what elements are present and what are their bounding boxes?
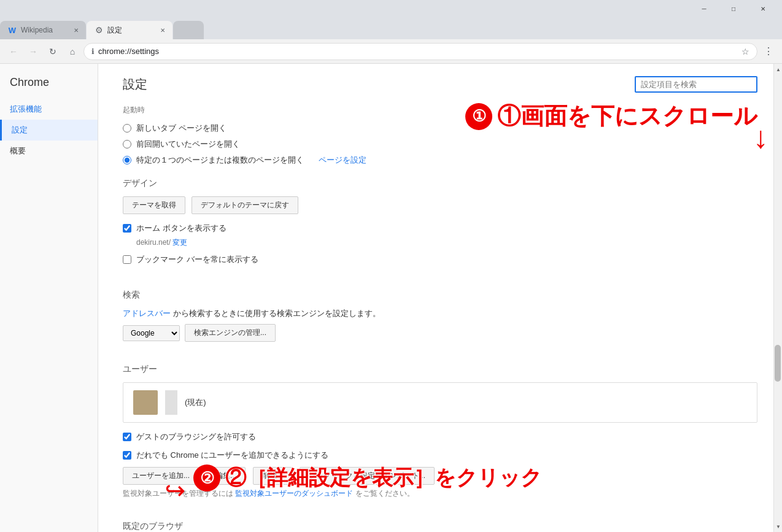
- maximize-button[interactable]: □: [719, 0, 748, 17]
- sidebar-item-settings[interactable]: 設定: [0, 120, 98, 141]
- tab-wikipedia[interactable]: W Wikipedia ✕: [0, 21, 86, 39]
- radio-newtab-label: 新しいタブ ページを開く: [136, 123, 226, 134]
- allow-anyone-checkbox[interactable]: [123, 451, 131, 460]
- close-icon: ✕: [761, 6, 765, 12]
- address-url: chrome://settings: [98, 47, 738, 56]
- radio-continue: 前回開いていたページを開く: [123, 136, 757, 152]
- edit-button[interactable]: 編集...: [206, 467, 246, 485]
- show-bookmark-bar-checkbox[interactable]: [123, 255, 131, 264]
- radio-specific-label: 特定の１つのページまたは複数のページを開く: [136, 155, 304, 166]
- back-button[interactable]: ←: [5, 43, 22, 60]
- supervisor-text: 監視対象ユーザーを管理するには 監視対象ユーザーのダッシュボード をご覧ください…: [123, 488, 757, 499]
- search-engine-select[interactable]: Google: [123, 325, 180, 341]
- radio-continue-label: 前回開いていたページを開く: [136, 139, 240, 150]
- scrollbar[interactable]: ▲ ▼: [773, 64, 782, 532]
- main-layout: Chrome 拡張機能 設定 概要 設定 起動時 新しいタブ ページを開く: [0, 64, 782, 532]
- address-bar-link[interactable]: アドレスバー: [123, 309, 171, 318]
- search-select-wrap: Google 検索エンジンの管理...: [123, 324, 757, 342]
- minimize-button[interactable]: ─: [690, 0, 718, 17]
- title-bar-controls: ─ □ ✕: [690, 0, 777, 17]
- forward-icon: →: [29, 47, 37, 56]
- maximize-icon: □: [732, 6, 735, 12]
- startup-radio-group: 新しいタブ ページを開く 前回開いていたページを開く 特定の１つのページまたは複…: [123, 120, 757, 168]
- wikipedia-tab-label: Wikipedia: [21, 26, 53, 34]
- allow-anyone-label: だれでも Chrome にユーザーを追加できるようにする: [136, 450, 328, 461]
- menu-icon: ⋮: [764, 45, 773, 57]
- sidebar: Chrome 拡張機能 設定 概要: [0, 64, 98, 532]
- content-area: 設定 起動時 新しいタブ ページを開く 前回開いていたページを開く: [98, 64, 782, 532]
- user-avatar-gray: [165, 390, 177, 415]
- get-theme-button[interactable]: テーマを取得: [123, 196, 185, 214]
- sidebar-brand: Chrome: [0, 71, 98, 99]
- sidebar-item-about[interactable]: 概要: [0, 141, 98, 161]
- title-bar: ─ □ ✕: [0, 0, 782, 17]
- home-url-indent: dekiru.net/ 変更: [136, 237, 757, 248]
- default-browser-section: 既定のブラウザ 既定のブラウザは Google Chrome に設定されています…: [123, 516, 757, 532]
- default-theme-button[interactable]: デフォルトのテーマに戻す: [192, 196, 298, 214]
- settings-search-input[interactable]: [635, 76, 757, 93]
- allow-guest-item: ゲストのブラウジングを許可する: [123, 429, 757, 445]
- back-icon: ←: [9, 47, 18, 56]
- show-home-button-item: ホーム ボタンを表示する: [123, 220, 757, 236]
- home-icon: ⌂: [70, 47, 75, 56]
- sidebar-item-extensions[interactable]: 拡張機能: [0, 99, 98, 120]
- settings-tab-label: 設定: [107, 25, 122, 36]
- show-bookmark-bar-item: ブックマーク バーを常に表示する: [123, 252, 757, 268]
- radio-newtab-input[interactable]: [123, 124, 131, 133]
- design-section: デザイン テーマを取得 デフォルトのテーマに戻す ホーム ボタンを表示する de…: [123, 173, 757, 268]
- radio-newtab: 新しいタブ ページを開く: [123, 120, 757, 136]
- forward-button[interactable]: →: [25, 43, 42, 60]
- address-input-wrap[interactable]: ℹ chrome://settings ☆: [83, 43, 757, 60]
- allow-guest-label: ゲストのブラウジングを許可する: [136, 431, 256, 442]
- bookmark-icon[interactable]: ☆: [741, 47, 749, 56]
- show-home-button-label: ホーム ボタンを表示する: [136, 223, 226, 234]
- settings-title: 設定: [123, 76, 147, 93]
- allow-guest-checkbox[interactable]: [123, 433, 131, 441]
- show-bookmark-bar-label: ブックマーク バーを常に表示する: [136, 254, 258, 265]
- scrollbar-down-arrow[interactable]: ▼: [774, 521, 782, 532]
- import-button[interactable]: ブックマークと設定をインポート...: [300, 467, 435, 485]
- lock-icon: ℹ: [91, 47, 95, 56]
- allow-anyone-item: だれでも Chrome にユーザーを追加できるようにする: [123, 447, 757, 463]
- search-section-heading: 検索: [123, 285, 757, 301]
- reload-icon: ↻: [49, 47, 56, 56]
- minimize-icon: ─: [702, 6, 706, 12]
- user-current-label: (現在): [185, 397, 206, 408]
- design-section-heading: デザイン: [123, 173, 757, 189]
- menu-button[interactable]: ⋮: [760, 43, 777, 60]
- user-avatar: [133, 390, 158, 415]
- tab-bar: W Wikipedia ✕ ⚙ 設定 ✕: [0, 17, 782, 39]
- radio-specific-input[interactable]: [123, 156, 131, 164]
- scrollbar-thumb[interactable]: [775, 345, 781, 382]
- user-card: (現在): [123, 382, 757, 423]
- home-url-text: dekiru.net/: [136, 238, 171, 247]
- home-button[interactable]: ⌂: [64, 43, 81, 60]
- address-bar: ← → ↻ ⌂ ℹ chrome://settings ☆ ⋮: [0, 39, 782, 64]
- wikipedia-tab-close[interactable]: ✕: [71, 25, 81, 35]
- user-section-heading: ユーザー: [123, 359, 757, 375]
- set-page-link[interactable]: ページを設定: [319, 155, 366, 166]
- radio-specific: 特定の１つのページまたは複数のページを開く ページを設定: [123, 152, 757, 168]
- content-inner: 設定 起動時 新しいタブ ページを開く 前回開いていたページを開く: [98, 64, 782, 532]
- scrollbar-up-arrow[interactable]: ▲: [774, 64, 782, 75]
- change-link[interactable]: 変更: [172, 238, 187, 247]
- search-section: 検索 アドレスバー から検索するときに使用する検索エンジンを設定します。 Goo…: [123, 285, 757, 342]
- radio-continue-input[interactable]: [123, 140, 131, 148]
- settings-tab-close[interactable]: ✕: [158, 25, 168, 35]
- wikipedia-favicon: W: [7, 25, 17, 35]
- default-browser-heading: 既定のブラウザ: [123, 516, 757, 532]
- search-description: アドレスバー から検索するときに使用する検索エンジンを設定します。: [123, 308, 757, 319]
- delete-button[interactable]: 削除...: [253, 467, 292, 485]
- tab-settings[interactable]: ⚙ 設定 ✕: [87, 21, 172, 39]
- close-button[interactable]: ✕: [749, 0, 777, 17]
- show-home-button-checkbox[interactable]: [123, 224, 131, 233]
- user-actions: ユーザーを追加... 編集... 削除... ブックマークと設定をインポート..…: [123, 467, 757, 485]
- manage-search-button[interactable]: 検索エンジンの管理...: [185, 324, 276, 342]
- add-user-button[interactable]: ユーザーを追加...: [123, 467, 199, 485]
- supervisor-link[interactable]: 監視対象ユーザーのダッシュボード: [235, 489, 353, 498]
- startup-section-label: 起動時: [123, 105, 757, 115]
- settings-favicon: ⚙: [94, 25, 104, 35]
- user-section: ユーザー (現在) ゲストのブラウジングを許可する だれでも Chrome にユ…: [123, 359, 757, 499]
- tab-spacer: [173, 21, 204, 39]
- reload-button[interactable]: ↻: [44, 43, 61, 60]
